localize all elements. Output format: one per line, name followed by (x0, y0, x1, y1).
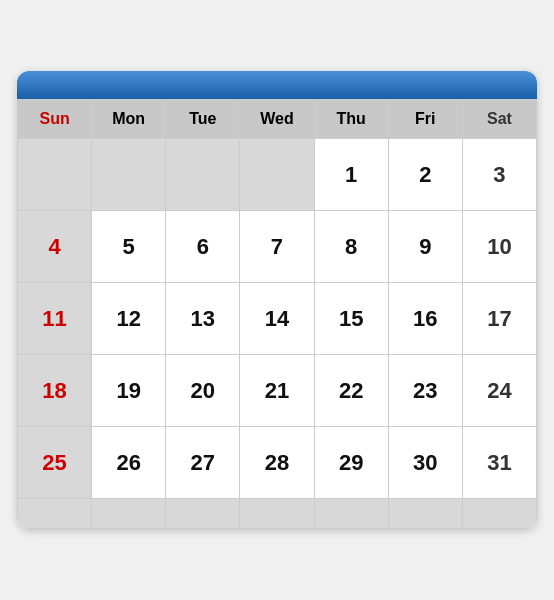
day-cell-24[interactable]: 24 (463, 355, 537, 427)
day-cell-empty[interactable] (92, 139, 166, 211)
day-cell-12[interactable]: 12 (92, 283, 166, 355)
day-cell-2[interactable]: 2 (389, 139, 463, 211)
day-header-sun: Sun (18, 100, 92, 139)
day-cell-20[interactable]: 20 (166, 355, 240, 427)
day-cell-3[interactable]: 3 (463, 139, 537, 211)
day-cell-9[interactable]: 9 (389, 211, 463, 283)
day-cell-empty[interactable] (389, 499, 463, 529)
day-cell-4[interactable]: 4 (18, 211, 92, 283)
day-cell-empty[interactable] (240, 499, 314, 529)
calendar-grid: SunMonTueWedThuFriSat1234567891011121314… (17, 99, 537, 529)
day-cell-29[interactable]: 29 (315, 427, 389, 499)
day-cell-14[interactable]: 14 (240, 283, 314, 355)
day-cell-13[interactable]: 13 (166, 283, 240, 355)
day-cell-8[interactable]: 8 (315, 211, 389, 283)
day-cell-7[interactable]: 7 (240, 211, 314, 283)
day-cell-empty[interactable] (18, 499, 92, 529)
day-cell-25[interactable]: 25 (18, 427, 92, 499)
day-header-thu: Thu (315, 100, 389, 139)
day-cell-26[interactable]: 26 (92, 427, 166, 499)
calendar-header (17, 71, 537, 99)
day-cell-6[interactable]: 6 (166, 211, 240, 283)
day-cell-15[interactable]: 15 (315, 283, 389, 355)
day-header-sat: Sat (463, 100, 537, 139)
day-cell-empty[interactable] (240, 139, 314, 211)
day-cell-empty[interactable] (315, 499, 389, 529)
day-cell-19[interactable]: 19 (92, 355, 166, 427)
day-header-mon: Mon (92, 100, 166, 139)
day-cell-1[interactable]: 1 (315, 139, 389, 211)
day-header-tue: Tue (166, 100, 240, 139)
day-cell-23[interactable]: 23 (389, 355, 463, 427)
day-cell-28[interactable]: 28 (240, 427, 314, 499)
calendar: SunMonTueWedThuFriSat1234567891011121314… (17, 71, 537, 529)
day-cell-empty[interactable] (463, 499, 537, 529)
day-cell-16[interactable]: 16 (389, 283, 463, 355)
day-cell-30[interactable]: 30 (389, 427, 463, 499)
day-cell-21[interactable]: 21 (240, 355, 314, 427)
day-cell-18[interactable]: 18 (18, 355, 92, 427)
day-cell-empty[interactable] (166, 139, 240, 211)
day-cell-10[interactable]: 10 (463, 211, 537, 283)
day-cell-31[interactable]: 31 (463, 427, 537, 499)
day-cell-11[interactable]: 11 (18, 283, 92, 355)
day-cell-empty[interactable] (166, 499, 240, 529)
day-cell-empty[interactable] (18, 139, 92, 211)
day-cell-empty[interactable] (92, 499, 166, 529)
day-cell-22[interactable]: 22 (315, 355, 389, 427)
day-header-fri: Fri (389, 100, 463, 139)
day-cell-27[interactable]: 27 (166, 427, 240, 499)
day-header-wed: Wed (240, 100, 314, 139)
day-cell-17[interactable]: 17 (463, 283, 537, 355)
day-cell-5[interactable]: 5 (92, 211, 166, 283)
